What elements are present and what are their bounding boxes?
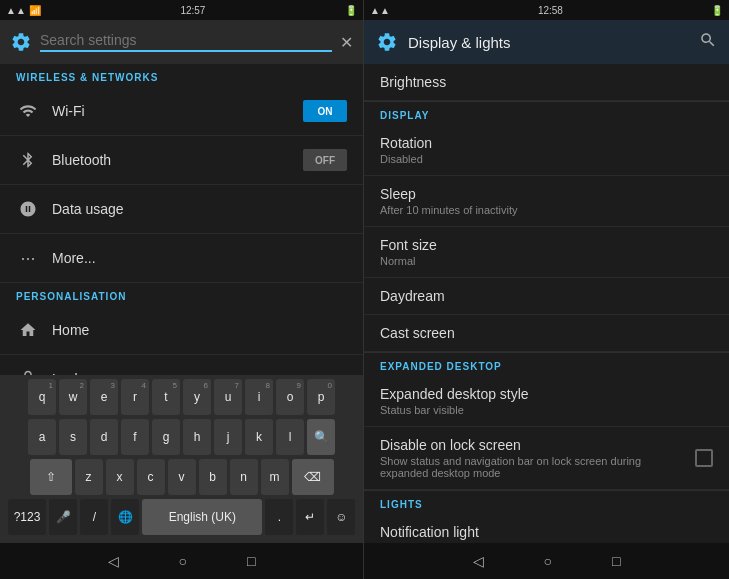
- left-status-icons-left: ▲▲ 📶: [6, 5, 41, 16]
- key-o[interactable]: o9: [276, 379, 304, 415]
- globe-key[interactable]: 🌐: [111, 499, 139, 535]
- shift-key[interactable]: ⇧: [30, 459, 72, 495]
- daydream-label: Daydream: [380, 288, 445, 304]
- font-size-label: Font size: [380, 237, 437, 253]
- search-bar: ✕: [0, 20, 363, 64]
- bluetooth-item[interactable]: Bluetooth OFF: [0, 136, 363, 185]
- lock-screen-item[interactable]: Lock screen: [0, 355, 363, 375]
- lock-screen-icon: [16, 367, 40, 375]
- right-back-button[interactable]: ◁: [473, 553, 484, 569]
- key-v[interactable]: v: [168, 459, 196, 495]
- right-status-bar: ▲▲ 12:58 🔋: [364, 0, 729, 20]
- disable-lock-screen-item[interactable]: Disable on lock screen Show status and n…: [364, 427, 729, 490]
- left-nav-bar: ◁ ○ □: [0, 543, 363, 579]
- disable-lock-screen-label: Disable on lock screen: [380, 437, 680, 453]
- key-x[interactable]: x: [106, 459, 134, 495]
- key-c[interactable]: c: [137, 459, 165, 495]
- key-a[interactable]: a: [28, 419, 56, 455]
- right-recent-button[interactable]: □: [612, 553, 620, 569]
- sim-icon: 📶: [29, 5, 41, 16]
- key-z[interactable]: z: [75, 459, 103, 495]
- right-wifi-icon: ▲▲: [370, 5, 390, 16]
- expanded-desktop-style-item[interactable]: Expanded desktop style Status bar visibl…: [364, 376, 729, 427]
- key-q[interactable]: q1: [28, 379, 56, 415]
- cast-screen-item[interactable]: Cast screen: [364, 315, 729, 352]
- brightness-item[interactable]: Brightness: [364, 64, 729, 101]
- left-status-bar: ▲▲ 📶 12:57 🔋: [0, 0, 363, 20]
- key-u[interactable]: u7: [214, 379, 242, 415]
- wifi-toggle[interactable]: ON: [303, 100, 347, 122]
- key-p[interactable]: p0: [307, 379, 335, 415]
- home-button[interactable]: ○: [179, 553, 187, 569]
- sleep-item[interactable]: Sleep After 10 minutes of inactivity: [364, 176, 729, 227]
- search-key[interactable]: 🔍: [307, 419, 335, 455]
- expanded-desktop-header: EXPANDED DESKTOP: [364, 353, 729, 376]
- bluetooth-label: Bluetooth: [52, 152, 111, 168]
- notification-light-item[interactable]: Notification light Enabled: [364, 514, 729, 543]
- search-input[interactable]: [40, 32, 332, 52]
- more-item[interactable]: ··· More...: [0, 234, 363, 283]
- key-n[interactable]: n: [230, 459, 258, 495]
- right-search-icon[interactable]: [699, 31, 717, 53]
- keyboard: q1 w2 e3 r4 t5 y6 u7 i8 o9 p0 a s d f g …: [0, 375, 363, 543]
- key-m[interactable]: m: [261, 459, 289, 495]
- emoji-key[interactable]: ☺: [327, 499, 355, 535]
- enter-key[interactable]: ↵: [296, 499, 324, 535]
- num-switch-key[interactable]: ?123: [8, 499, 47, 535]
- right-home-button[interactable]: ○: [544, 553, 552, 569]
- key-d[interactable]: d: [90, 419, 118, 455]
- rotation-sublabel: Disabled: [380, 153, 432, 165]
- key-g[interactable]: g: [152, 419, 180, 455]
- key-h[interactable]: h: [183, 419, 211, 455]
- key-e[interactable]: e3: [90, 379, 118, 415]
- data-usage-label: Data usage: [52, 201, 124, 217]
- font-size-item[interactable]: Font size Normal: [364, 227, 729, 278]
- key-b[interactable]: b: [199, 459, 227, 495]
- rotation-item[interactable]: Rotation Disabled: [364, 125, 729, 176]
- wifi-item[interactable]: Wi-Fi ON: [0, 87, 363, 136]
- font-size-sublabel: Normal: [380, 255, 437, 267]
- daydream-item[interactable]: Daydream: [364, 278, 729, 315]
- key-k[interactable]: k: [245, 419, 273, 455]
- key-y[interactable]: y6: [183, 379, 211, 415]
- home-icon: [16, 318, 40, 342]
- key-j[interactable]: j: [214, 419, 242, 455]
- key-f[interactable]: f: [121, 419, 149, 455]
- home-item[interactable]: Home: [0, 306, 363, 355]
- more-icon: ···: [16, 246, 40, 270]
- data-usage-item[interactable]: Data usage: [0, 185, 363, 234]
- disable-lock-screen-checkbox[interactable]: [695, 449, 713, 467]
- key-r[interactable]: r4: [121, 379, 149, 415]
- period-key[interactable]: .: [265, 499, 293, 535]
- keyboard-row-3: ⇧ z x c v b n m ⌫: [2, 459, 361, 495]
- close-icon[interactable]: ✕: [340, 33, 353, 52]
- back-button[interactable]: ◁: [108, 553, 119, 569]
- right-panel-title: Display & lights: [408, 34, 689, 51]
- right-clock: 12:58: [538, 5, 563, 16]
- right-battery-icon: 🔋: [711, 5, 723, 16]
- right-nav-bar: ◁ ○ □: [364, 543, 729, 579]
- personalisation-header: PERSONALISATION: [0, 283, 363, 306]
- bluetooth-toggle[interactable]: OFF: [303, 149, 347, 171]
- key-t[interactable]: t5: [152, 379, 180, 415]
- expanded-desktop-style-sublabel: Status bar visible: [380, 404, 529, 416]
- left-panel: ▲▲ 📶 12:57 🔋 ✕ WIRELESS & NETWORKS Wi-Fi…: [0, 0, 364, 579]
- recent-button[interactable]: □: [247, 553, 255, 569]
- key-w[interactable]: w2: [59, 379, 87, 415]
- keyboard-row-4: ?123 🎤 / 🌐 English (UK) . ↵ ☺: [2, 499, 361, 535]
- key-i[interactable]: i8: [245, 379, 273, 415]
- right-status-icons-left: ▲▲: [370, 5, 390, 16]
- key-s[interactable]: s: [59, 419, 87, 455]
- wireless-networks-header: WIRELESS & NETWORKS: [0, 64, 363, 87]
- data-usage-icon: [16, 197, 40, 221]
- backspace-key[interactable]: ⌫: [292, 459, 334, 495]
- keyboard-row-1: q1 w2 e3 r4 t5 y6 u7 i8 o9 p0: [2, 379, 361, 415]
- right-header: Display & lights: [364, 20, 729, 64]
- key-l[interactable]: l: [276, 419, 304, 455]
- spacebar[interactable]: English (UK): [142, 499, 262, 535]
- settings-gear-icon: [10, 31, 32, 53]
- mic-key[interactable]: 🎤: [49, 499, 77, 535]
- slash-key[interactable]: /: [80, 499, 108, 535]
- left-clock: 12:57: [180, 5, 205, 16]
- right-content: Brightness DISPLAY Rotation Disabled Sle…: [364, 64, 729, 543]
